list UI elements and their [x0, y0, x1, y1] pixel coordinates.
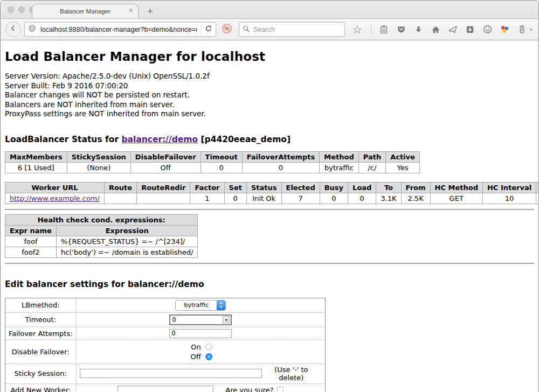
val-timeout: 0 — [201, 162, 242, 173]
health-row-foof2: foof2 hc('body') =~ /domain is establish… — [5, 247, 198, 257]
urlbar-divider — [201, 25, 202, 34]
val-to: 3.1K — [376, 193, 401, 204]
val-stickysession: (None) — [67, 162, 130, 173]
val-expression-2: hc('body') =~ /domain is established/ — [56, 247, 198, 257]
tab-balancer-manager[interactable]: Balancer Manager × — [32, 4, 139, 18]
health-row-foof: foof %{REQUEST_STATUS} =~ /^[234]/ — [5, 236, 198, 247]
radio-on[interactable] — [205, 344, 212, 351]
battery-extension-icon[interactable] — [517, 25, 527, 34]
col-factor: Factor — [190, 182, 224, 193]
val-busy: 0 — [320, 193, 348, 204]
worker-url-link[interactable]: http://www.example.com/ — [10, 194, 100, 202]
toolbar-icons: ☆ — [353, 24, 539, 35]
radio-off[interactable] — [205, 353, 212, 360]
radio-on-label: On — [189, 343, 201, 351]
home-icon[interactable] — [431, 25, 440, 34]
col-elected: Elected — [281, 182, 320, 193]
inherit-note-line: Balancers are NOT inherited from main se… — [5, 100, 534, 110]
val-elected: 7 — [281, 193, 320, 204]
reload-icon[interactable] — [205, 25, 212, 34]
health-title-row: Health check cond. expressions: — [5, 214, 198, 225]
lbmethod-select[interactable]: bytraffic — [175, 300, 226, 311]
disable-failover-label: Disable Failover: — [5, 340, 77, 363]
back-button[interactable] — [5, 22, 21, 37]
balancer-settings-form: LBmethod: bytraffic Timeout: — [5, 298, 326, 392]
health-header-row: Expr name Expression — [5, 225, 198, 236]
lbmethod-row: LBmethod: bytraffic — [5, 298, 326, 312]
col-hc-method: HC Method — [430, 182, 482, 193]
bookmark-star-icon[interactable]: ☆ — [353, 25, 362, 34]
val-expr-name-1: foof — [5, 236, 57, 247]
downloads-icon[interactable] — [413, 25, 423, 34]
failover-attempts-input[interactable] — [169, 329, 232, 338]
val-failoverattempts: 0 — [242, 162, 320, 173]
balancer-data-row: 6 [1 Used] (None) Off 0 0 bytraffic /c/ … — [5, 162, 420, 173]
content-blocked-icon[interactable] — [222, 23, 232, 36]
val-expr-name-2: foof2 — [5, 247, 57, 257]
video-download-icon[interactable] — [465, 25, 475, 34]
val-from: 2.5K — [401, 193, 430, 204]
timeout-row: Timeout: ▪ — [5, 312, 326, 327]
balancer-demo-link[interactable]: balancer://demo — [121, 135, 198, 144]
val-path: /c/ — [358, 162, 385, 173]
status-heading-prefix: LoadBalancer Status for — [5, 135, 121, 144]
add-worker-label: Add New Worker: — [5, 383, 77, 392]
minimize-window-button[interactable] — [18, 6, 25, 13]
timeout-input-wrap: ▪ — [169, 314, 232, 325]
number-stepper-icon[interactable]: ▪ — [223, 316, 230, 323]
navigation-toolbar: ☆ — [1, 18, 538, 40]
overflow-caret-icon[interactable]: ▾ — [530, 27, 533, 32]
col-set: Set — [224, 182, 246, 193]
browser-window: Balancer Manager × + — [0, 0, 539, 392]
val-set: 0 — [224, 193, 246, 204]
tab-strip: Balancer Manager × + — [1, 1, 538, 18]
sticky-session-input[interactable] — [80, 369, 262, 378]
persist-note-line: Balancer changes will NOT be persisted o… — [5, 90, 534, 100]
proxypass-note-line: ProxyPass settings are NOT inherited fro… — [5, 109, 534, 119]
toolbar-divider — [371, 24, 371, 35]
bookmarks-clipboard-icon[interactable] — [379, 25, 389, 34]
col-expression: Expression — [56, 225, 198, 236]
val-status: Init Ok — [246, 193, 281, 204]
server-built-line: Server Built: Feb 9 2016 07:00:20 — [5, 81, 534, 91]
pocket-icon[interactable] — [396, 25, 406, 34]
val-disablefailover: Off — [130, 162, 201, 173]
val-passes: 1 (0) — [536, 193, 539, 204]
new-tab-button[interactable]: + — [147, 7, 153, 16]
search-input[interactable] — [252, 25, 341, 34]
col-disablefailover: DisableFailover — [130, 151, 201, 162]
search-bar[interactable] — [239, 22, 345, 37]
url-input[interactable] — [39, 25, 198, 34]
are-you-sure-checkbox[interactable] — [277, 387, 284, 392]
select-chevrons-icon — [217, 300, 225, 310]
url-bar[interactable] — [24, 22, 216, 37]
col-method: Method — [320, 151, 358, 162]
server-version-line: Server Version: Apache/2.5.0-dev (Unix) … — [5, 72, 534, 81]
send-tab-icon[interactable] — [448, 25, 458, 34]
multicolor-extension-icon[interactable] — [500, 25, 509, 34]
col-timeout: Timeout — [201, 151, 242, 162]
col-to: To — [376, 182, 401, 193]
val-factor: 1 — [190, 193, 224, 204]
worker-table: Worker URL Route RouteRedir Factor Set S… — [5, 182, 539, 204]
timeout-input[interactable] — [170, 316, 223, 324]
val-hc-interval: 10 — [482, 193, 536, 204]
val-hc-method: GET — [430, 193, 482, 204]
timeout-label: Timeout: — [5, 312, 77, 327]
balancer-header-row: MaxMembers StickySession DisableFailover… — [5, 151, 420, 162]
col-maxmembers: MaxMembers — [5, 151, 67, 162]
divider-after-workers — [5, 209, 534, 210]
close-window-button[interactable] — [8, 6, 14, 13]
tab-close-icon[interactable]: × — [129, 6, 133, 14]
col-load: Load — [348, 182, 376, 193]
globe-icon — [28, 24, 36, 34]
add-worker-input[interactable] — [118, 386, 213, 392]
val-maxmembers: 6 [1 Used] — [5, 162, 67, 173]
disable-failover-row: Disable Failover: On Off — [5, 340, 326, 363]
sticky-session-label: Sticky Session: — [5, 363, 77, 383]
status-heading-suffix: [p4420eeae_demo] — [198, 135, 291, 144]
page-title: Load Balancer Manager for localhost — [5, 50, 534, 64]
col-expr-name: Expr name — [5, 225, 57, 236]
val-load: 0 — [348, 193, 376, 204]
feedback-smiley-icon[interactable] — [482, 25, 492, 34]
